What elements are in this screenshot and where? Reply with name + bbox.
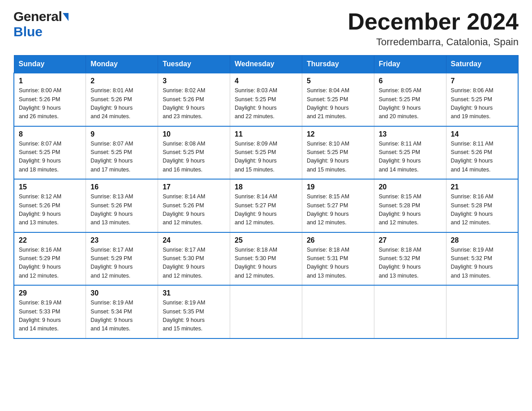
day-cell-10: 10Sunrise: 8:08 AMSunset: 5:25 PMDayligh… xyxy=(158,126,230,180)
day-cell-13: 13Sunrise: 8:11 AMSunset: 5:25 PMDayligh… xyxy=(374,126,446,180)
day-cell-4: 4Sunrise: 8:03 AMSunset: 5:25 PMDaylight… xyxy=(230,73,302,126)
day-info: Sunrise: 8:13 AMSunset: 5:26 PMDaylight:… xyxy=(90,193,153,227)
day-number: 25 xyxy=(235,236,297,244)
day-info: Sunrise: 8:16 AMSunset: 5:28 PMDaylight:… xyxy=(451,193,513,227)
day-info: Sunrise: 8:17 AMSunset: 5:29 PMDaylight:… xyxy=(90,246,153,281)
day-number: 13 xyxy=(379,130,442,138)
day-cell-30: 30Sunrise: 8:19 AMSunset: 5:34 PMDayligh… xyxy=(86,285,158,338)
day-cell-7: 7Sunrise: 8:06 AMSunset: 5:25 PMDaylight… xyxy=(446,73,518,126)
day-info: Sunrise: 8:01 AMSunset: 5:26 PMDaylight:… xyxy=(90,86,153,121)
day-number: 26 xyxy=(307,236,369,244)
empty-cell xyxy=(302,285,374,338)
day-info: Sunrise: 8:06 AMSunset: 5:25 PMDaylight:… xyxy=(451,86,513,121)
day-cell-17: 17Sunrise: 8:14 AMSunset: 5:26 PMDayligh… xyxy=(158,179,230,232)
day-cell-25: 25Sunrise: 8:18 AMSunset: 5:30 PMDayligh… xyxy=(230,232,302,286)
col-header-saturday: Saturday xyxy=(446,56,518,73)
day-cell-11: 11Sunrise: 8:09 AMSunset: 5:25 PMDayligh… xyxy=(230,126,302,180)
logo: General Blue xyxy=(13,9,69,39)
day-number: 1 xyxy=(19,77,81,85)
day-cell-14: 14Sunrise: 8:11 AMSunset: 5:26 PMDayligh… xyxy=(446,126,518,180)
day-info: Sunrise: 8:18 AMSunset: 5:32 PMDaylight:… xyxy=(379,246,442,281)
day-info: Sunrise: 8:00 AMSunset: 5:26 PMDaylight:… xyxy=(19,86,81,121)
day-info: Sunrise: 8:08 AMSunset: 5:25 PMDaylight:… xyxy=(163,140,225,175)
day-number: 5 xyxy=(307,77,369,85)
week-row-1: 1Sunrise: 8:00 AMSunset: 5:26 PMDaylight… xyxy=(14,73,518,126)
day-info: Sunrise: 8:15 AMSunset: 5:28 PMDaylight:… xyxy=(379,193,442,227)
day-cell-23: 23Sunrise: 8:17 AMSunset: 5:29 PMDayligh… xyxy=(86,232,158,286)
day-cell-24: 24Sunrise: 8:17 AMSunset: 5:30 PMDayligh… xyxy=(158,232,230,286)
day-info: Sunrise: 8:19 AMSunset: 5:34 PMDaylight:… xyxy=(90,299,153,334)
day-cell-28: 28Sunrise: 8:19 AMSunset: 5:32 PMDayligh… xyxy=(446,232,518,286)
col-header-monday: Monday xyxy=(86,56,158,73)
day-cell-27: 27Sunrise: 8:18 AMSunset: 5:32 PMDayligh… xyxy=(374,232,446,286)
day-cell-5: 5Sunrise: 8:04 AMSunset: 5:25 PMDaylight… xyxy=(302,73,374,126)
day-info: Sunrise: 8:04 AMSunset: 5:25 PMDaylight:… xyxy=(307,86,369,121)
day-info: Sunrise: 8:11 AMSunset: 5:26 PMDaylight:… xyxy=(451,140,513,175)
day-number: 10 xyxy=(163,130,225,138)
day-number: 19 xyxy=(307,183,369,191)
day-number: 16 xyxy=(90,183,153,191)
location: Torredembarra, Catalonia, Spain xyxy=(348,36,519,48)
day-cell-8: 8Sunrise: 8:07 AMSunset: 5:25 PMDaylight… xyxy=(14,126,86,180)
header-row: SundayMondayTuesdayWednesdayThursdayFrid… xyxy=(14,56,518,73)
day-info: Sunrise: 8:18 AMSunset: 5:30 PMDaylight:… xyxy=(235,246,297,281)
logo-arrow-icon xyxy=(63,13,69,21)
day-cell-22: 22Sunrise: 8:16 AMSunset: 5:29 PMDayligh… xyxy=(14,232,86,286)
day-number: 12 xyxy=(307,130,369,138)
col-header-sunday: Sunday xyxy=(14,56,86,73)
day-info: Sunrise: 8:18 AMSunset: 5:31 PMDaylight:… xyxy=(307,246,369,281)
day-info: Sunrise: 8:05 AMSunset: 5:25 PMDaylight:… xyxy=(379,86,442,121)
day-cell-18: 18Sunrise: 8:14 AMSunset: 5:27 PMDayligh… xyxy=(230,179,302,232)
day-cell-15: 15Sunrise: 8:12 AMSunset: 5:26 PMDayligh… xyxy=(14,179,86,232)
day-number: 6 xyxy=(379,77,442,85)
day-number: 20 xyxy=(379,183,442,191)
day-cell-31: 31Sunrise: 8:19 AMSunset: 5:35 PMDayligh… xyxy=(158,285,230,338)
day-number: 23 xyxy=(90,236,153,244)
col-header-thursday: Thursday xyxy=(302,56,374,73)
day-number: 4 xyxy=(235,77,297,85)
day-number: 11 xyxy=(235,130,297,138)
day-cell-9: 9Sunrise: 8:07 AMSunset: 5:25 PMDaylight… xyxy=(86,126,158,180)
day-number: 29 xyxy=(19,289,81,297)
day-number: 17 xyxy=(163,183,225,191)
day-number: 2 xyxy=(90,77,153,85)
day-cell-20: 20Sunrise: 8:15 AMSunset: 5:28 PMDayligh… xyxy=(374,179,446,232)
day-cell-6: 6Sunrise: 8:05 AMSunset: 5:25 PMDaylight… xyxy=(374,73,446,126)
day-number: 31 xyxy=(163,289,225,297)
day-info: Sunrise: 8:10 AMSunset: 5:25 PMDaylight:… xyxy=(307,140,369,175)
day-number: 14 xyxy=(451,130,513,138)
day-info: Sunrise: 8:03 AMSunset: 5:25 PMDaylight:… xyxy=(235,86,297,121)
day-cell-29: 29Sunrise: 8:19 AMSunset: 5:33 PMDayligh… xyxy=(14,285,86,338)
day-cell-2: 2Sunrise: 8:01 AMSunset: 5:26 PMDaylight… xyxy=(86,73,158,126)
day-number: 21 xyxy=(451,183,513,191)
day-number: 18 xyxy=(235,183,297,191)
day-info: Sunrise: 8:19 AMSunset: 5:35 PMDaylight:… xyxy=(163,299,225,334)
day-cell-26: 26Sunrise: 8:18 AMSunset: 5:31 PMDayligh… xyxy=(302,232,374,286)
day-number: 3 xyxy=(163,77,225,85)
day-cell-12: 12Sunrise: 8:10 AMSunset: 5:25 PMDayligh… xyxy=(302,126,374,180)
week-row-5: 29Sunrise: 8:19 AMSunset: 5:33 PMDayligh… xyxy=(14,285,518,338)
day-number: 24 xyxy=(163,236,225,244)
empty-cell xyxy=(230,285,302,338)
logo-general: General xyxy=(13,9,62,24)
day-number: 27 xyxy=(379,236,442,244)
day-cell-21: 21Sunrise: 8:16 AMSunset: 5:28 PMDayligh… xyxy=(446,179,518,232)
day-info: Sunrise: 8:15 AMSunset: 5:27 PMDaylight:… xyxy=(307,193,369,227)
day-info: Sunrise: 8:17 AMSunset: 5:30 PMDaylight:… xyxy=(163,246,225,281)
logo-blue: Blue xyxy=(13,24,43,39)
empty-cell xyxy=(446,285,518,338)
day-cell-3: 3Sunrise: 8:02 AMSunset: 5:26 PMDaylight… xyxy=(158,73,230,126)
day-info: Sunrise: 8:14 AMSunset: 5:27 PMDaylight:… xyxy=(235,193,297,227)
day-number: 9 xyxy=(90,130,153,138)
day-cell-16: 16Sunrise: 8:13 AMSunset: 5:26 PMDayligh… xyxy=(86,179,158,232)
day-number: 22 xyxy=(19,236,81,244)
calendar-table: SundayMondayTuesdayWednesdayThursdayFrid… xyxy=(13,55,519,339)
day-info: Sunrise: 8:14 AMSunset: 5:26 PMDaylight:… xyxy=(163,193,225,227)
day-cell-1: 1Sunrise: 8:00 AMSunset: 5:26 PMDaylight… xyxy=(14,73,86,126)
day-info: Sunrise: 8:19 AMSunset: 5:32 PMDaylight:… xyxy=(451,246,513,281)
empty-cell xyxy=(374,285,446,338)
day-info: Sunrise: 8:12 AMSunset: 5:26 PMDaylight:… xyxy=(19,193,81,227)
month-title: December 2024 xyxy=(348,9,519,34)
day-info: Sunrise: 8:07 AMSunset: 5:25 PMDaylight:… xyxy=(19,140,81,175)
day-info: Sunrise: 8:09 AMSunset: 5:25 PMDaylight:… xyxy=(235,140,297,175)
